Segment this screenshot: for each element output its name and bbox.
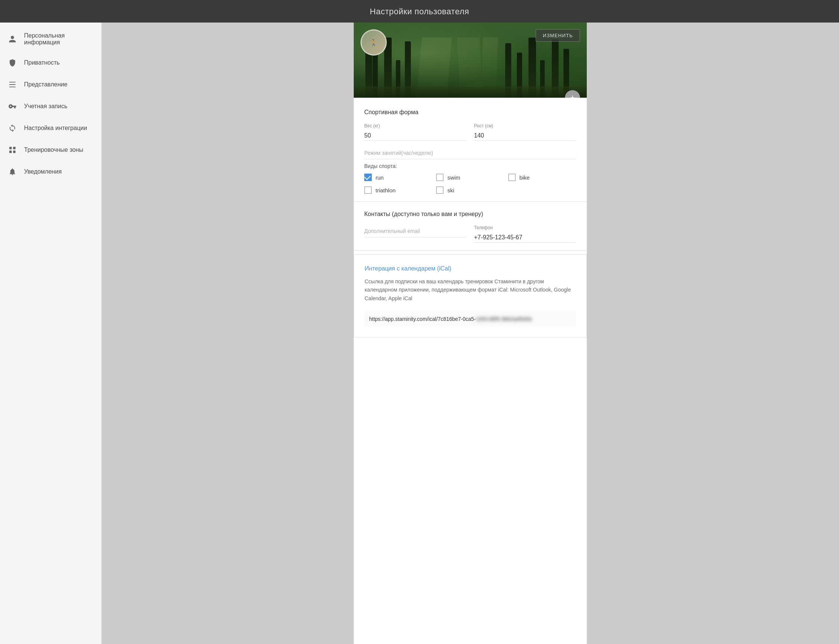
sports-form-title: Спортивная форма <box>364 109 576 116</box>
shield-icon <box>8 58 17 67</box>
email-placeholder[interactable]: Дополнительный email <box>364 225 467 237</box>
phone-value: +7-925-123-45-67 <box>474 233 576 243</box>
weight-label: Вес (кг) <box>364 123 467 128</box>
sidebar-label-view: Представление <box>24 81 67 88</box>
sidebar-label-zones: Тренировочные зоны <box>24 146 84 153</box>
sport-triathlon[interactable]: triathlon <box>364 186 432 194</box>
sport-run[interactable]: run <box>364 174 432 181</box>
height-value: 140 <box>474 131 576 141</box>
contacts-section: Контакты (доступно только вам и тренеру)… <box>354 202 587 251</box>
key-icon <box>8 102 17 111</box>
sidebar-label-account: Учетная запись <box>24 103 67 110</box>
sidebar-item-integration[interactable]: Настройка интеграции <box>0 117 102 139</box>
weight-value: 50 <box>364 131 467 141</box>
sidebar-item-privacy[interactable]: Приватность <box>0 52 102 74</box>
training-mode-field[interactable]: Режим занятий(час/неделю) <box>364 147 576 159</box>
page-title: Настройки пользователя <box>370 7 469 16</box>
sport-ski-label: ski <box>447 187 454 194</box>
ical-title: Интерация с календарем (iCal) <box>365 265 576 272</box>
sport-ski-checkbox[interactable] <box>436 186 444 194</box>
sport-swim[interactable]: swim <box>436 174 504 181</box>
sport-triathlon-label: triathlon <box>375 187 395 194</box>
sport-ski[interactable]: ski <box>436 186 504 194</box>
weight-field: Вес (кг) 50 <box>364 123 467 141</box>
ical-url-visible: https://app.staminity.com/ical/7c816be7-… <box>369 316 476 322</box>
person-icon <box>8 34 17 44</box>
change-cover-button[interactable]: ИЗМЕНИТЬ <box>536 29 580 42</box>
sidebar-item-notifications[interactable]: Уведомления <box>0 161 102 182</box>
sync-icon <box>8 123 17 133</box>
sport-run-checkbox[interactable] <box>364 174 372 181</box>
sports-form-section: Спортивная форма Вес (кг) 50 Рост (см) 1… <box>354 98 587 202</box>
ical-url-blurred: 1093-88f9-3b62aef0d3e <box>476 316 532 322</box>
sport-run-label: run <box>375 174 384 181</box>
sports-label: Виды спорта: <box>364 163 576 169</box>
sport-swim-checkbox[interactable] <box>436 174 444 181</box>
sport-triathlon-checkbox[interactable] <box>364 186 372 194</box>
sidebar: Персональная информация Приватность Пред… <box>0 23 102 644</box>
ical-description: Ссылка для подписки на ваш календарь тре… <box>365 277 576 302</box>
phone-field: Телефон +7-925-123-45-67 <box>474 225 576 243</box>
sidebar-item-personal[interactable]: Персональная информация <box>0 26 102 52</box>
sidebar-item-account[interactable]: Учетная запись <box>0 95 102 117</box>
sport-bike-label: bike <box>520 174 530 181</box>
sidebar-label-privacy: Приватность <box>24 59 60 66</box>
avatar: 🚶 <box>360 29 387 56</box>
sidebar-item-view[interactable]: Представление <box>0 74 102 95</box>
sidebar-label-notifications: Уведомления <box>24 168 62 175</box>
height-label: Рост (см) <box>474 123 576 128</box>
contacts-title: Контакты (доступно только вам и тренеру) <box>364 211 576 218</box>
grid-icon <box>8 145 17 155</box>
contacts-row: Дополнительный email Телефон +7-925-123-… <box>364 225 576 243</box>
sport-swim-label: swim <box>447 174 460 181</box>
settings-panel: 🚶 ИЗМЕНИТЬ + Спортивная форма Вес (кг) 5… <box>354 23 587 644</box>
sidebar-label-personal: Персональная информация <box>24 32 92 46</box>
weight-height-row: Вес (кг) 50 Рост (см) 140 <box>364 123 576 141</box>
height-field: Рост (см) 140 <box>474 123 576 141</box>
top-bar: Настройки пользователя <box>0 0 839 23</box>
content-area: 🚶 ИЗМЕНИТЬ + Спортивная форма Вес (кг) 5… <box>102 23 839 644</box>
sidebar-item-zones[interactable]: Тренировочные зоны <box>0 139 102 161</box>
phone-label: Телефон <box>474 225 576 230</box>
sports-grid: run swim bike triathlon <box>364 174 576 194</box>
bell-icon <box>8 167 17 177</box>
avatar-figure: 🚶 <box>370 39 377 46</box>
email-field: Дополнительный email <box>364 225 467 243</box>
main-layout: Персональная информация Приватность Пред… <box>0 23 839 644</box>
sport-bike-checkbox[interactable] <box>508 174 516 181</box>
view-list-icon <box>8 80 17 89</box>
sport-bike[interactable]: bike <box>508 174 576 181</box>
ical-section: Интерация с календарем (iCal) Ссылка для… <box>354 255 587 337</box>
ical-url[interactable]: https://app.staminity.com/ical/7c816be7-… <box>365 312 576 327</box>
sidebar-label-integration: Настройка интеграции <box>24 125 87 131</box>
cover-banner: 🚶 ИЗМЕНИТЬ + <box>354 23 587 98</box>
